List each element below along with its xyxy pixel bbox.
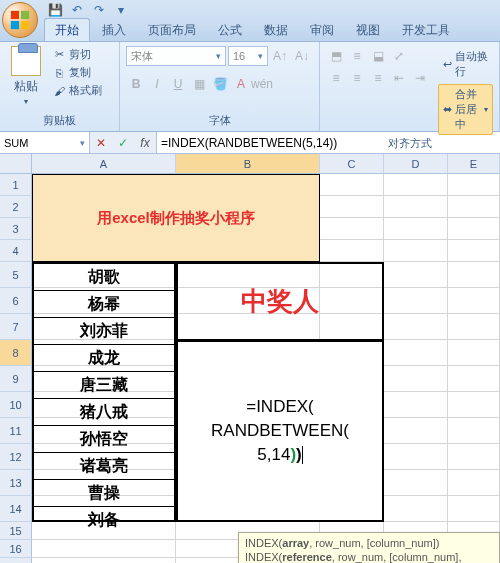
cell[interactable] xyxy=(448,240,500,262)
cell[interactable] xyxy=(448,444,500,470)
format-painter-button[interactable]: 🖌格式刷 xyxy=(50,82,104,99)
cell[interactable] xyxy=(320,218,384,240)
cell[interactable] xyxy=(448,470,500,496)
winner-label-cell[interactable]: 中奖人 xyxy=(176,262,384,340)
row-header[interactable]: 10 xyxy=(0,392,32,418)
select-all-corner[interactable] xyxy=(0,154,32,174)
cell[interactable] xyxy=(384,418,448,444)
row-header[interactable]: 17 xyxy=(0,558,32,563)
list-item[interactable]: 唐三藏 xyxy=(34,372,174,399)
list-item[interactable]: 孙悟空 xyxy=(34,426,174,453)
cell[interactable] xyxy=(384,288,448,314)
row-header[interactable]: 1 xyxy=(0,174,32,196)
cell[interactable] xyxy=(448,288,500,314)
cancel-button[interactable]: ✕ xyxy=(90,136,112,150)
tab-review[interactable]: 审阅 xyxy=(300,19,344,41)
align-center-button[interactable]: ≡ xyxy=(347,68,367,88)
tab-dev[interactable]: 开发工具 xyxy=(392,19,460,41)
list-item[interactable]: 成龙 xyxy=(34,345,174,372)
redo-button[interactable]: ↷ xyxy=(90,1,108,19)
cell[interactable] xyxy=(32,540,176,558)
wrap-text-button[interactable]: ↩自动换行 xyxy=(438,46,493,82)
save-button[interactable]: 💾 xyxy=(46,1,64,19)
indent-dec-button[interactable]: ⇤ xyxy=(389,68,409,88)
list-item[interactable]: 刘亦菲 xyxy=(34,318,174,345)
row-header[interactable]: 3 xyxy=(0,218,32,240)
tab-data[interactable]: 数据 xyxy=(254,19,298,41)
list-item[interactable]: 刘备 xyxy=(34,507,174,533)
list-item[interactable]: 曹操 xyxy=(34,480,174,507)
grow-font-button[interactable]: A↑ xyxy=(270,46,290,66)
align-middle-button[interactable]: ≡ xyxy=(347,46,367,66)
cell[interactable] xyxy=(384,218,448,240)
paste-button[interactable]: 粘贴 ▾ xyxy=(6,46,46,112)
align-bottom-button[interactable]: ⬓ xyxy=(368,46,388,66)
align-top-button[interactable]: ⬒ xyxy=(326,46,346,66)
list-item[interactable]: 杨幂 xyxy=(34,291,174,318)
office-button[interactable] xyxy=(2,2,38,38)
fx-button[interactable]: fx xyxy=(134,136,156,150)
cell[interactable] xyxy=(448,366,500,392)
indent-inc-button[interactable]: ⇥ xyxy=(410,68,430,88)
italic-button[interactable]: I xyxy=(147,74,167,94)
cell[interactable] xyxy=(320,174,384,196)
cell[interactable] xyxy=(384,262,448,288)
list-item[interactable]: 诸葛亮 xyxy=(34,453,174,480)
cell[interactable] xyxy=(384,314,448,340)
bold-button[interactable]: B xyxy=(126,74,146,94)
cell[interactable] xyxy=(384,340,448,366)
row-header[interactable]: 15 xyxy=(0,522,32,540)
cell[interactable] xyxy=(384,196,448,218)
tab-layout[interactable]: 页面布局 xyxy=(138,19,206,41)
cell[interactable] xyxy=(448,196,500,218)
row-header[interactable]: 5 xyxy=(0,262,32,288)
title-merged-cell[interactable]: 用excel制作抽奖小程序 xyxy=(32,174,320,262)
tab-home[interactable]: 开始 xyxy=(44,18,90,41)
row-header[interactable]: 4 xyxy=(0,240,32,262)
row-header[interactable]: 12 xyxy=(0,444,32,470)
cell[interactable] xyxy=(448,496,500,522)
tab-insert[interactable]: 插入 xyxy=(92,19,136,41)
cell[interactable] xyxy=(384,366,448,392)
row-header[interactable]: 8 xyxy=(0,340,32,366)
orientation-button[interactable]: ⤢ xyxy=(389,46,409,66)
font-color-button[interactable]: A xyxy=(231,74,251,94)
tab-formulas[interactable]: 公式 xyxy=(208,19,252,41)
phonetic-button[interactable]: wén xyxy=(252,74,272,94)
cell[interactable] xyxy=(448,418,500,444)
list-item[interactable]: 猪八戒 xyxy=(34,399,174,426)
cell[interactable] xyxy=(384,444,448,470)
row-header[interactable]: 7 xyxy=(0,314,32,340)
cell[interactable] xyxy=(448,314,500,340)
row-header[interactable]: 13 xyxy=(0,470,32,496)
cell[interactable] xyxy=(448,340,500,366)
col-header-e[interactable]: E xyxy=(448,154,500,174)
qat-dropdown[interactable]: ▾ xyxy=(112,1,130,19)
font-size-combo[interactable]: 16▾ xyxy=(228,46,268,66)
cell[interactable] xyxy=(384,240,448,262)
tab-view[interactable]: 视图 xyxy=(346,19,390,41)
cell[interactable] xyxy=(448,392,500,418)
cell[interactable] xyxy=(32,558,176,563)
shrink-font-button[interactable]: A↓ xyxy=(292,46,312,66)
fill-color-button[interactable]: 🪣 xyxy=(210,74,230,94)
enter-button[interactable]: ✓ xyxy=(112,136,134,150)
cell[interactable] xyxy=(384,174,448,196)
merge-center-button[interactable]: ⬌合并后居中▾ xyxy=(438,84,493,135)
cell[interactable] xyxy=(384,470,448,496)
col-header-a[interactable]: A xyxy=(32,154,176,174)
col-header-c[interactable]: C xyxy=(320,154,384,174)
cell[interactable] xyxy=(448,174,500,196)
cell[interactable] xyxy=(448,218,500,240)
row-header[interactable]: 6 xyxy=(0,288,32,314)
cell[interactable] xyxy=(384,496,448,522)
cell[interactable] xyxy=(320,240,384,262)
font-name-combo[interactable]: 宋体▾ xyxy=(126,46,226,66)
name-box[interactable]: SUM▾ xyxy=(0,132,90,153)
row-header[interactable]: 14 xyxy=(0,496,32,522)
undo-button[interactable]: ↶ xyxy=(68,1,86,19)
row-header[interactable]: 9 xyxy=(0,366,32,392)
copy-button[interactable]: ⎘复制 xyxy=(50,64,104,81)
col-header-b[interactable]: B xyxy=(176,154,320,174)
spreadsheet-grid[interactable]: A B C D E 123456789101112131415161718 用e… xyxy=(0,154,500,563)
